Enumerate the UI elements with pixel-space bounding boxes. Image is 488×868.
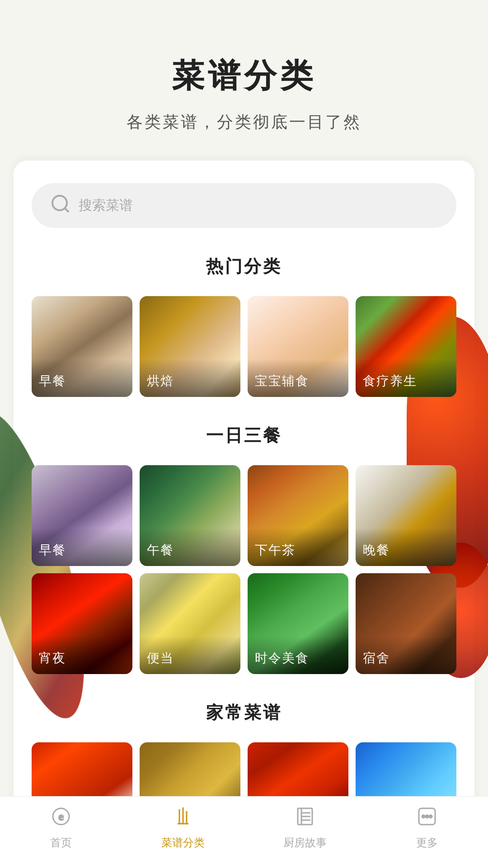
category-label-dorm: 宿舍 [356, 636, 456, 674]
search-placeholder: 搜索菜谱 [79, 196, 133, 215]
category-item-late-night[interactable]: 宵夜 [32, 573, 132, 674]
nav-item-home[interactable]: e 首页 [25, 806, 97, 850]
home-icon: e [50, 806, 72, 832]
category-label-late-night: 宵夜 [32, 636, 132, 674]
category-item-afternoon-tea[interactable]: 下午茶 [248, 465, 348, 566]
category-label-bento: 便当 [140, 636, 240, 674]
category-item-seasonal[interactable]: 时令美食 [248, 573, 348, 674]
hot-category-grid: 早餐烘焙宝宝辅食食疗养生 [32, 296, 456, 397]
meal-section: 一日三餐 早餐午餐下午茶晚餐 宵夜便当时令美食宿舍 [32, 424, 456, 674]
category-label-afternoon-tea: 下午茶 [248, 528, 348, 566]
category-item-health-food[interactable]: 食疗养生 [356, 296, 456, 397]
search-bar[interactable]: 搜索菜谱 [32, 183, 456, 228]
page-title: 菜谱分类 [18, 54, 470, 98]
meal-grid-row1: 早餐午餐下午茶晚餐 [32, 465, 456, 566]
category-item-dinner[interactable]: 晚餐 [356, 465, 456, 566]
nav-item-categories[interactable]: 菜谱分类 [147, 806, 219, 850]
nav-item-kitchen[interactable]: 厨房故事 [269, 806, 341, 850]
svg-text:e: e [59, 811, 64, 822]
categories-icon [172, 806, 194, 832]
meal-grid-row2: 宵夜便当时令美食宿舍 [32, 573, 456, 674]
nav-label-more: 更多 [416, 835, 438, 850]
category-label-health-food: 食疗养生 [356, 359, 456, 397]
svg-point-16 [429, 815, 432, 818]
nav-label-categories: 菜谱分类 [161, 835, 205, 850]
category-label-dinner: 晚餐 [356, 528, 456, 566]
meal-section-title: 一日三餐 [32, 424, 456, 447]
category-label-breakfast: 早餐 [32, 359, 132, 397]
nav-label-home: 首页 [50, 835, 72, 850]
category-item-dorm[interactable]: 宿舍 [356, 573, 456, 674]
page-subtitle: 各类菜谱，分类彻底一目了然 [18, 111, 470, 133]
page-wrapper: 菜谱分类 各类菜谱，分类彻底一目了然 搜索菜谱 热门分类 早餐烘焙宝宝辅食食疗养… [0, 0, 488, 868]
hot-section: 热门分类 早餐烘焙宝宝辅食食疗养生 [32, 255, 456, 397]
bottom-nav: e 首页 菜谱分类 [0, 796, 488, 868]
svg-point-15 [426, 815, 428, 818]
category-label-baby-food: 宝宝辅食 [248, 359, 348, 397]
category-label-lunch: 午餐 [140, 528, 240, 566]
category-label-seasonal: 时令美食 [248, 636, 348, 674]
more-icon [416, 806, 438, 832]
svg-line-1 [65, 208, 69, 212]
category-item-bento[interactable]: 便当 [140, 573, 240, 674]
header-section: 菜谱分类 各类菜谱，分类彻底一目了然 [0, 0, 488, 160]
category-item-morning[interactable]: 早餐 [32, 465, 132, 566]
nav-item-more[interactable]: 更多 [391, 806, 463, 850]
svg-point-14 [422, 815, 425, 818]
category-label-morning: 早餐 [32, 528, 132, 566]
nav-label-kitchen: 厨房故事 [283, 835, 327, 850]
svg-point-0 [52, 196, 67, 210]
category-item-baking[interactable]: 烘焙 [140, 296, 240, 397]
category-item-lunch[interactable]: 午餐 [140, 465, 240, 566]
home-recipe-title: 家常菜谱 [32, 701, 456, 724]
category-item-breakfast[interactable]: 早餐 [32, 296, 132, 397]
hot-section-title: 热门分类 [32, 255, 456, 278]
category-label-baking: 烘焙 [140, 359, 240, 397]
search-icon [50, 193, 71, 218]
category-item-baby-food[interactable]: 宝宝辅食 [248, 296, 348, 397]
main-card: 搜索菜谱 热门分类 早餐烘焙宝宝辅食食疗养生 一日三餐 早餐午餐下午茶晚餐 宵夜… [14, 160, 474, 868]
book-icon [294, 806, 316, 832]
